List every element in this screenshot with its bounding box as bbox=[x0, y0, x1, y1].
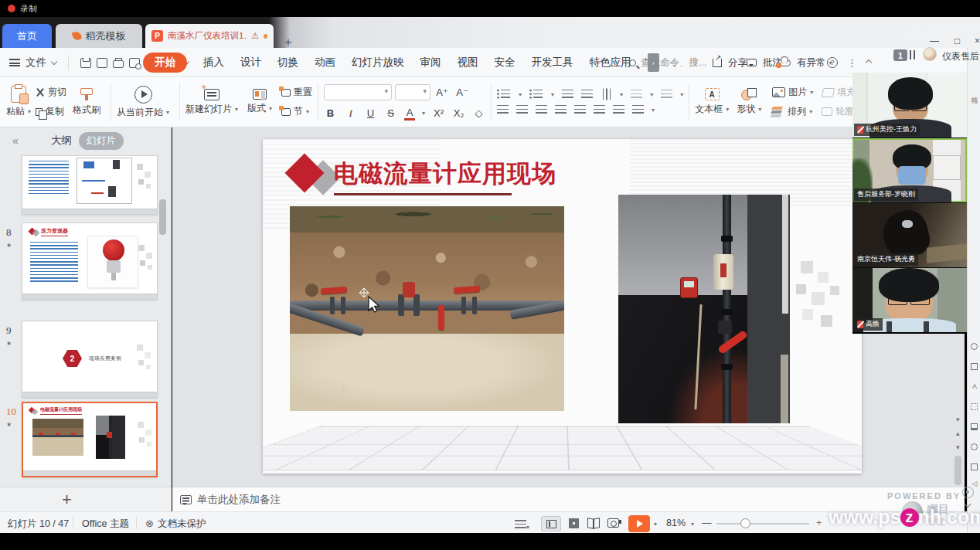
collapse-ribbon-icon[interactable] bbox=[866, 59, 872, 66]
participant-video-3[interactable]: 南京恒天伟-杨光勇 bbox=[852, 202, 967, 267]
section-button[interactable]: 节▾ bbox=[281, 105, 312, 118]
italic-button[interactable]: I bbox=[344, 107, 357, 120]
file-menu[interactable]: 文件 bbox=[26, 56, 46, 70]
font-size-select[interactable] bbox=[395, 84, 430, 100]
tab-outline[interactable]: 大纲 bbox=[51, 134, 72, 148]
tab-review[interactable]: 审阅 bbox=[420, 56, 441, 70]
reading-view-button[interactable] bbox=[587, 518, 600, 528]
tab-view[interactable]: 视图 bbox=[458, 56, 478, 70]
next-slide-icon[interactable]: ▾ bbox=[956, 443, 960, 451]
zoom-out-button[interactable]: — bbox=[702, 518, 712, 528]
play-from-current-button[interactable]: 从当前开始▾ bbox=[117, 86, 169, 119]
tab-special-apps[interactable]: 特色应用 bbox=[590, 56, 631, 70]
layout-button[interactable]: 版式▾ bbox=[247, 89, 272, 115]
tab-templates[interactable]: 稻壳模板 bbox=[56, 24, 142, 48]
rail-audio-icon[interactable]: ◁ bbox=[971, 480, 978, 487]
participant-video-4[interactable]: 高焕 bbox=[852, 267, 967, 332]
rail-shape-icon[interactable] bbox=[971, 343, 978, 350]
session-count-badge[interactable]: 1 bbox=[893, 49, 907, 61]
copy-button[interactable]: 复制 bbox=[36, 105, 66, 118]
print-preview-icon[interactable] bbox=[129, 58, 140, 68]
canvas-scrollbar[interactable] bbox=[954, 456, 961, 485]
zoom-level[interactable]: 81% bbox=[666, 518, 686, 528]
rail-image-icon[interactable] bbox=[971, 463, 978, 470]
text-direction-button[interactable] bbox=[602, 89, 611, 100]
slide-title[interactable]: 电磁流量计应用现场 bbox=[334, 158, 556, 190]
picture-button[interactable]: 图片▾ bbox=[772, 86, 813, 99]
maximize-button[interactable]: □ bbox=[954, 36, 960, 46]
bold-button[interactable]: B bbox=[324, 107, 337, 119]
slide-thumbnail-8[interactable]: 压力变送器 bbox=[22, 222, 158, 300]
subscript-button[interactable]: X₂ bbox=[452, 107, 465, 119]
bullets-button[interactable] bbox=[497, 90, 511, 99]
share-button[interactable]: 分享 bbox=[728, 56, 747, 70]
participant-video-1[interactable]: 杭州美控-王焕力 bbox=[852, 73, 967, 138]
protection-status[interactable]: 文档未保护 bbox=[158, 518, 206, 531]
line-options-button[interactable] bbox=[631, 90, 642, 99]
more-options-icon[interactable]: ⋮ bbox=[847, 57, 857, 69]
slideshow-view-button[interactable] bbox=[607, 518, 619, 528]
decrease-indent-button[interactable] bbox=[562, 90, 573, 99]
add-slide-button[interactable]: + bbox=[62, 490, 72, 510]
tab-design[interactable]: 设计 bbox=[240, 56, 261, 70]
align-right-button[interactable] bbox=[536, 105, 547, 114]
reset-button[interactable]: 重置 bbox=[281, 86, 312, 99]
highlight-lines-button[interactable] bbox=[661, 90, 672, 99]
new-tab-button[interactable]: + bbox=[284, 37, 292, 48]
slide-sorter-button[interactable] bbox=[569, 518, 579, 528]
print-icon[interactable] bbox=[113, 60, 124, 68]
shapes-button[interactable]: 形状▾ bbox=[737, 88, 761, 116]
theme-name[interactable]: Office 主题 bbox=[82, 518, 129, 531]
zoom-slider-knob[interactable] bbox=[740, 518, 750, 528]
tab-home[interactable]: 首页 bbox=[2, 24, 52, 48]
align-left-button[interactable] bbox=[497, 105, 509, 114]
rail-object-icon[interactable] bbox=[971, 363, 978, 370]
export-icon[interactable] bbox=[97, 58, 107, 68]
columns-button[interactable] bbox=[632, 105, 644, 114]
slide-thumbnail-9[interactable]: 2 现场应用案例 bbox=[22, 321, 158, 398]
grow-font-button[interactable]: A⁺ bbox=[434, 87, 451, 98]
shrink-font-button[interactable]: A⁻ bbox=[454, 87, 471, 98]
slide-thumbnail-10-selected[interactable]: 电磁流量计应用现场 bbox=[22, 402, 158, 477]
align-center-button[interactable] bbox=[516, 105, 528, 114]
zoom-in-button[interactable]: + bbox=[816, 518, 822, 528]
slideshow-play-button[interactable] bbox=[628, 515, 650, 532]
slide-thumbnail-partial[interactable] bbox=[22, 155, 158, 215]
distribute-button[interactable] bbox=[574, 105, 586, 114]
save-icon[interactable] bbox=[80, 58, 91, 68]
font-color-button[interactable]: A bbox=[404, 107, 415, 121]
tab-start[interactable]: 开始 bbox=[143, 53, 187, 73]
zoom-slider-track[interactable] bbox=[716, 523, 809, 525]
account-avatar[interactable] bbox=[923, 47, 937, 61]
rail-chart-icon[interactable] bbox=[971, 423, 978, 430]
participant-video-2-speaking[interactable]: 售后服务部-罗晓刚 bbox=[852, 138, 967, 202]
slide-canvas[interactable]: 电磁流量计应用现场 bbox=[263, 139, 862, 474]
rail-settings-icon[interactable] bbox=[971, 443, 978, 450]
close-button[interactable]: × bbox=[975, 36, 980, 46]
underline-button[interactable]: U bbox=[364, 107, 377, 119]
paste-button[interactable]: 粘贴▾ bbox=[6, 86, 31, 118]
tab-slides[interactable]: 幻灯片 bbox=[79, 132, 124, 150]
previous-slide-icon[interactable]: ▴ bbox=[956, 429, 960, 437]
new-slide-button[interactable]: 新建幻灯片▾ bbox=[185, 89, 238, 116]
tab-devtools[interactable]: 开发工具 bbox=[532, 56, 573, 70]
cut-button[interactable]: 剪切 bbox=[36, 86, 66, 99]
sync-status[interactable]: 有异常 bbox=[797, 56, 826, 70]
share-icon[interactable] bbox=[713, 59, 722, 67]
cloud-sync-icon[interactable]: ! bbox=[778, 59, 791, 66]
font-family-select[interactable] bbox=[324, 84, 392, 100]
minimize-button[interactable]: — bbox=[930, 36, 939, 46]
superscript-button[interactable]: X² bbox=[432, 107, 445, 119]
numbering-button[interactable] bbox=[529, 90, 543, 99]
arrange-button[interactable]: 排列▾ bbox=[772, 105, 812, 118]
tab-transitions[interactable]: 切换 bbox=[277, 56, 298, 70]
slide-photo-outdoor[interactable] bbox=[290, 206, 564, 411]
notes-placeholder[interactable]: 单击此处添加备注 bbox=[197, 493, 281, 507]
help-icon[interactable]: ? bbox=[827, 57, 838, 68]
strikethrough-button[interactable]: S bbox=[384, 107, 397, 119]
line-spacing-button[interactable] bbox=[594, 105, 605, 114]
collapse-panel-button[interactable]: « bbox=[12, 134, 19, 147]
comment-icon[interactable] bbox=[747, 59, 757, 66]
tab-animation[interactable]: 动画 bbox=[315, 56, 335, 70]
scroll-down-icon[interactable]: ▾ bbox=[956, 416, 960, 423]
